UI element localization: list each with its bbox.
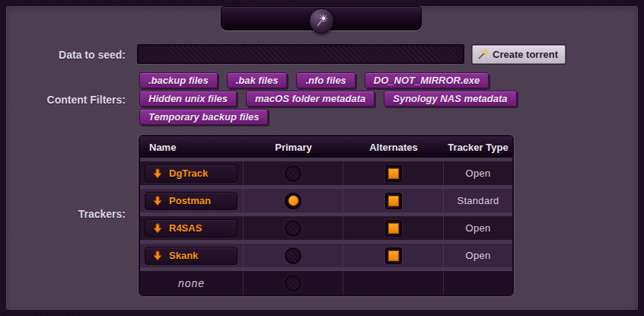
alternates-checkbox-postman[interactable] <box>385 193 402 209</box>
tracker-row-postman: Postman Standard <box>140 189 512 212</box>
tracker-type-value: Open <box>465 222 490 234</box>
primary-radio-dgtrack[interactable] <box>285 165 301 182</box>
tracker-name-button-dgtrack[interactable]: DgTrack <box>145 164 238 183</box>
alternates-checkbox-r4sas[interactable] <box>385 220 402 237</box>
content-filters-label: Content Filters: <box>0 94 126 106</box>
tracker-row-r4sas: R4SAS Open <box>140 216 512 240</box>
primary-radio-postman[interactable] <box>285 193 301 209</box>
data-to-seed-input[interactable] <box>137 44 464 64</box>
tracker-row-dgtrack: DgTrack Open <box>140 161 512 185</box>
filter-chip-bak-files[interactable]: .bak files <box>227 72 288 88</box>
tracker-type-value: Open <box>465 250 490 261</box>
column-header-name: Name <box>140 142 244 153</box>
download-arrow-icon <box>152 196 163 206</box>
tracker-name-button-skank[interactable]: Skank <box>145 247 238 265</box>
column-header-tracker-type: Tracker Type <box>444 142 512 153</box>
trackers-label: Trackers: <box>0 208 126 220</box>
trackers-table-header: Name Primary Alternates Tracker Type <box>140 136 512 158</box>
alternates-checkbox-skank[interactable] <box>385 247 402 264</box>
tracker-name-label: DgTrack <box>169 168 208 179</box>
primary-radio-none[interactable] <box>285 275 301 292</box>
magic-wand-icon <box>477 49 489 60</box>
column-header-alternates: Alternates <box>343 142 444 153</box>
create-torrent-button[interactable]: Create torrent <box>472 45 566 64</box>
filter-chip-macos-folder-metadata[interactable]: macOS folder metadata <box>246 91 375 107</box>
tracker-name-label: Postman <box>169 195 211 206</box>
filter-chip-row-2: Hidden unix files macOS folder metadata … <box>139 91 517 107</box>
column-header-primary: Primary <box>244 142 343 153</box>
tracker-type-value: Standard <box>457 195 499 206</box>
primary-radio-r4sas[interactable] <box>285 220 301 237</box>
collapse-knob-button[interactable] <box>309 8 334 34</box>
filter-chip-do-not-mirror[interactable]: DO_NOT_MIRROR.exe <box>365 72 489 88</box>
primary-radio-skank[interactable] <box>285 247 301 264</box>
download-arrow-icon <box>152 168 163 179</box>
alternates-checkbox-dgtrack[interactable] <box>385 165 402 182</box>
filter-chip-hidden-unix-files[interactable]: Hidden unix files <box>139 91 237 107</box>
download-arrow-icon <box>152 251 163 261</box>
tracker-none-label: none <box>178 277 205 289</box>
trackers-table: Name Primary Alternates Tracker Type DgT… <box>139 135 514 296</box>
filter-chip-temporary-backup-files[interactable]: Temporary backup files <box>139 109 268 125</box>
collapse-handle-bar <box>221 6 422 30</box>
tracker-type-value: Open <box>465 168 490 179</box>
download-arrow-icon <box>152 223 163 234</box>
tracker-name-button-r4sas[interactable]: R4SAS <box>145 219 238 238</box>
filter-chip-backup-files[interactable]: .backup files <box>139 72 218 88</box>
tracker-row-skank: Skank Open <box>140 244 512 267</box>
data-to-seed-label: Data to seed: <box>0 49 126 61</box>
tracker-name-label: Skank <box>169 250 198 261</box>
create-torrent-button-label: Create torrent <box>493 49 558 60</box>
tracker-name-button-postman[interactable]: Postman <box>145 192 238 210</box>
filter-chip-nfo-files[interactable]: .nfo files <box>296 72 355 88</box>
tracker-row-none: none <box>140 271 512 295</box>
filter-chip-synology-nas-metadata[interactable]: Synology NAS metadata <box>384 91 516 107</box>
filter-chip-row-1: .backup files .bak files .nfo files DO_N… <box>139 72 489 88</box>
filter-chip-row-3: Temporary backup files <box>139 109 268 125</box>
trackers-table-body: DgTrack Open Postman <box>140 158 512 295</box>
torrent-creator-window: Data to seed: Create torrent Content Fil… <box>0 0 644 316</box>
tracker-name-label: R4SAS <box>169 222 202 234</box>
